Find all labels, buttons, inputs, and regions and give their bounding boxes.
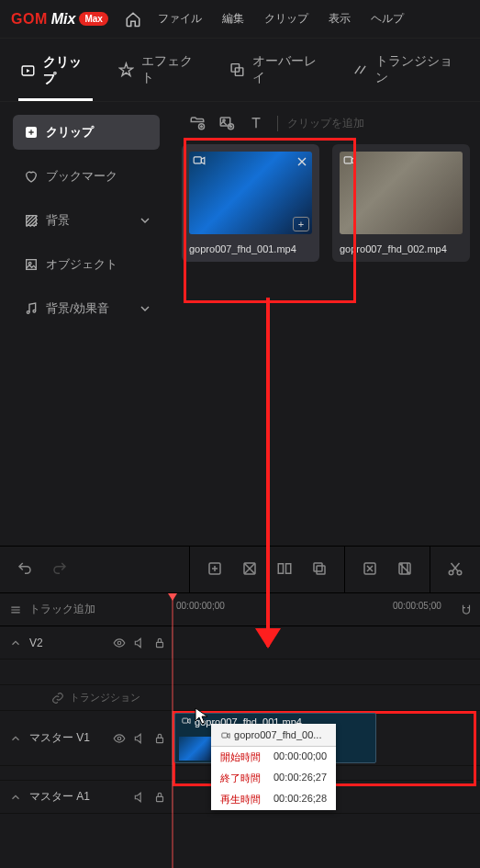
object-icon [24,257,39,272]
text-icon[interactable] [248,115,264,131]
tl-group-history [0,547,84,592]
video-icon [181,716,192,726]
logo-max: Max [79,12,107,26]
track-master-a1-label: マスター A1 [29,789,90,805]
track-master-a1-head[interactable]: マスター A1 [0,781,173,813]
menu-help[interactable]: ヘルプ [371,11,404,27]
tab-transition[interactable]: トランジション [351,48,462,92]
hatch-icon [24,213,39,228]
track-master-v1-label: マスター V1 [29,730,90,746]
transition-icon [352,62,368,78]
tl-group-delete [344,547,430,592]
add-to-timeline-icon[interactable]: + [293,217,309,231]
image-plus-icon[interactable] [218,115,235,131]
close-icon[interactable] [295,154,309,169]
menubar: GOM Mix Max ファイル 編集 クリップ 表示 ヘルプ [0,0,480,39]
folder-plus-icon[interactable] [189,115,206,131]
add-clip-placeholder[interactable]: クリップを追加 [277,116,364,131]
chevron-up-icon[interactable] [9,791,22,804]
clip-tooltip: gopro007_fhd_00... 開始時間00:00:00;00 終了時間0… [211,724,336,810]
tooltip-title: gopro007_fhd_00... [234,729,321,740]
track-v2-head[interactable]: V2 [0,626,173,659]
redo-button[interactable] [51,560,68,580]
sidebar-item-bg[interactable]: 背景 [13,203,160,238]
speaker-icon[interactable] [133,637,146,649]
tooltip-end-key: 終了時間 [220,772,266,785]
svg-rect-31 [222,733,228,738]
time-ruler[interactable]: 00:00:00;00 00:00:05;00 [173,593,480,626]
svg-rect-18 [286,563,291,573]
tab-overlay[interactable]: オーバーレイ [228,48,327,92]
track-v2: V2 [0,626,480,659]
lock-icon[interactable] [153,791,166,804]
lock-icon[interactable] [153,637,166,649]
svg-rect-26 [157,642,163,647]
menu-file[interactable]: ファイル [158,11,202,27]
crop-button[interactable] [241,560,258,580]
speaker-icon[interactable] [133,732,146,745]
cut-button[interactable] [447,560,463,580]
svg-rect-19 [314,563,322,571]
timeline-toolbar [0,546,480,593]
heart-icon [24,169,39,184]
menu-icon [9,603,22,616]
video-icon [220,731,231,740]
menu-edit[interactable]: 編集 [222,11,244,27]
tab-effect[interactable]: エフェクト [117,48,204,92]
eye-icon[interactable] [113,732,126,745]
sidebar-bgm-label: 背景/効果音 [46,300,109,317]
transition-row: トランジション [0,685,480,711]
sidebar: クリップ ブックマーク 背景 オブジェクト 背景/効果音 [0,102,173,546]
overlay-icon [229,62,245,78]
clip-icon [20,62,36,79]
clips-toolbar: クリップを追加 [182,115,471,131]
track-master-v1-head[interactable]: マスター V1 [0,711,173,765]
clip-thumb-1[interactable]: + gopro007_fhd_001.mp4 [182,144,319,262]
clip-thumb-2[interactable]: gopro007_fhd_002.mp4 [332,144,470,262]
track-add-button[interactable]: トラック追加 [0,602,173,617]
track-v2-body[interactable] [173,626,480,659]
undo-button[interactable] [17,560,33,580]
svg-rect-14 [344,157,352,163]
chevron-up-icon[interactable] [9,732,22,745]
menu-clip[interactable]: クリップ [264,11,308,27]
svg-point-7 [27,311,29,314]
split-button[interactable] [276,560,293,580]
tab-effect-label: エフェクト [141,53,202,86]
svg-rect-30 [157,796,163,801]
content-row: クリップ ブックマーク 背景 オブジェクト 背景/効果音 クリップを追加 [0,102,480,546]
home-icon[interactable] [125,11,141,28]
clip-thumb-1-label: gopro007_fhd_001.mp4 [189,243,312,254]
tooltip-dur-key: 再生時間 [220,793,266,806]
add-button[interactable] [207,560,223,580]
tab-overlay-label: オーバーレイ [252,53,325,86]
tooltip-header: gopro007_fhd_00... [211,724,336,747]
video-icon [342,154,357,167]
tick-1: 00:00:05;00 [393,601,441,611]
tab-clip[interactable]: クリップ [18,49,93,101]
tooltip-end-val: 00:00:26;27 [273,772,327,785]
clip-thumb-2-image [340,152,463,234]
sidebar-item-clip[interactable]: クリップ [13,115,160,150]
clips-area: クリップを追加 + gopro007_fhd_001.mp4 gopro007_… [173,102,480,546]
tab-transition-label: トランジション [375,53,460,86]
sidebar-item-bookmark[interactable]: ブックマーク [13,159,160,194]
transition-label: トランジション [70,691,140,705]
copy-button[interactable] [311,560,328,580]
chevron-up-icon[interactable] [9,637,22,649]
speaker-icon[interactable] [133,791,146,804]
lock-icon[interactable] [153,732,166,745]
svg-point-25 [117,641,121,645]
tl-group-cut [430,547,480,592]
sidebar-item-object[interactable]: オブジェクト [13,247,160,282]
logo-mix: Mix [51,11,76,28]
effect-icon [118,62,134,78]
delete-button[interactable] [362,560,378,580]
eye-icon[interactable] [113,637,126,649]
sidebar-object-label: オブジェクト [46,256,117,273]
sidebar-item-bgm[interactable]: 背景/効果音 [13,291,160,326]
svg-rect-29 [183,718,188,723]
menu-items: ファイル 編集 クリップ 表示 ヘルプ [158,11,404,27]
clear-button[interactable] [396,560,413,580]
menu-view[interactable]: 表示 [329,11,351,27]
